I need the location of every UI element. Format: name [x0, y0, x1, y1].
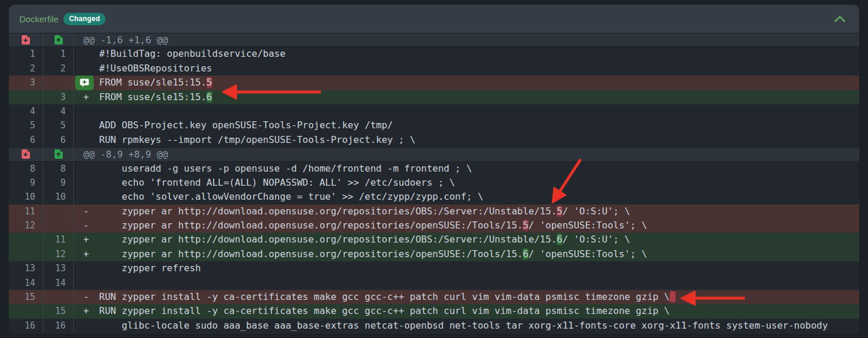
new-line-number[interactable]: 16: [43, 319, 74, 333]
new-line-number[interactable]: [43, 204, 74, 218]
old-line-number[interactable]: 15: [9, 290, 43, 304]
diff-line-row: 55ADD OBS-Project.key openSUSE-Tools-Pro…: [9, 118, 859, 132]
diff-line-row: 66RUN rpmkeys --import /tmp/openSUSE-Too…: [9, 133, 859, 147]
changed-status-badge: Changed: [63, 13, 106, 25]
diff-line-row: 44: [9, 104, 859, 118]
new-line-number[interactable]: 10: [43, 190, 74, 204]
old-line-number[interactable]: [9, 90, 43, 104]
old-line-number[interactable]: 3: [9, 76, 43, 90]
new-line-number[interactable]: [43, 290, 74, 304]
diff-marker: +: [83, 233, 99, 247]
old-line-number[interactable]: 12: [9, 218, 43, 233]
diff-line-row: 99 echo 'frontend ALL=(ALL) NOPASSWD: AL…: [9, 176, 859, 190]
diff-marker: +: [83, 90, 99, 104]
old-line-number[interactable]: [9, 233, 43, 247]
new-line-number[interactable]: 12: [43, 247, 74, 261]
diff-line-row: 11#!BuildTag: openbuildservice/base: [9, 47, 859, 61]
code-line: echo 'solver.allowVendorChange = true' >…: [74, 190, 859, 204]
code-line: echo 'frontend ALL=(ALL) NOPASSWD: ALL' …: [74, 176, 859, 190]
diff-marker: -: [83, 204, 99, 218]
code-line: + zypper ar http://download.opensuse.org…: [74, 233, 859, 247]
diff-line-row: 1313 zypper refresh: [9, 261, 859, 275]
diff-line-row: 88 useradd -g users -p opensuse -d /home…: [9, 162, 859, 176]
word-diff-highlight: 6: [206, 91, 212, 103]
diff-table: @@ -1,6 +1,6 @@11#!BuildTag: openbuildse…: [9, 33, 859, 334]
word-diff-highlight: 6: [523, 248, 528, 260]
old-line-number[interactable]: 13: [9, 261, 43, 275]
collapse-file-button[interactable]: [831, 13, 849, 25]
added-file-icon[interactable]: [43, 148, 74, 161]
new-line-number[interactable]: 5: [43, 118, 74, 132]
old-line-number[interactable]: 16: [9, 319, 43, 333]
code-line: RUN rpmkeys --import /tmp/openSUSE-Tools…: [74, 133, 859, 147]
new-line-number[interactable]: [43, 218, 74, 233]
new-line-number[interactable]: 13: [43, 261, 74, 275]
word-diff-highlight: 5: [206, 77, 212, 88]
diff-line-row: 3FROM suse/sle15:15.5: [9, 76, 859, 90]
add-comment-button[interactable]: [75, 76, 94, 90]
code-line: [74, 276, 859, 290]
code-line: - zypper ar http://download.opensuse.org…: [74, 218, 859, 233]
old-line-number[interactable]: 11: [9, 204, 43, 218]
word-diff-highlight: 6: [557, 234, 562, 245]
added-file-icon[interactable]: [43, 33, 74, 46]
old-line-number[interactable]: 4: [9, 104, 43, 118]
new-line-number[interactable]: 9: [43, 176, 74, 190]
new-line-number[interactable]: 14: [43, 276, 74, 290]
old-line-number[interactable]: 5: [9, 118, 43, 132]
diff-marker: +: [83, 247, 99, 261]
diff-line-row: 11+ zypper ar http://download.opensuse.o…: [9, 233, 859, 247]
hunk-header-row: @@ -1,6 +1,6 @@: [9, 33, 859, 47]
new-line-number[interactable]: [43, 76, 74, 90]
word-diff-highlight: 5: [557, 206, 562, 217]
hunk-header-text: @@ -1,6 +1,6 @@: [74, 33, 859, 46]
new-line-number[interactable]: 3: [43, 90, 74, 104]
old-line-number[interactable]: 8: [9, 162, 43, 176]
file-info: Dockerfile Changed: [19, 13, 106, 25]
code-line: glibc-locale sudo aaa_base aaa_base-extr…: [74, 319, 859, 333]
code-line: + zypper ar http://download.opensuse.org…: [74, 247, 859, 261]
new-line-number[interactable]: 8: [43, 162, 74, 176]
code-line: [74, 104, 859, 118]
deleted-file-icon[interactable]: [9, 33, 43, 46]
old-line-number[interactable]: 1: [9, 47, 43, 61]
new-line-number[interactable]: 6: [43, 133, 74, 147]
diff-marker: -: [83, 218, 99, 233]
hunk-header-row: @@ -8,9 +8,9 @@: [9, 147, 859, 161]
diff-marker: -: [83, 290, 99, 304]
diff-file-header: Dockerfile Changed: [9, 5, 859, 33]
hunk-header-text: @@ -8,9 +8,9 @@: [74, 148, 859, 161]
code-line: +FROM suse/sle15:15.6: [74, 90, 859, 104]
old-line-number[interactable]: [9, 304, 43, 318]
code-line: - zypper ar http://download.opensuse.org…: [74, 204, 859, 218]
old-line-number[interactable]: 6: [9, 133, 43, 147]
code-line: +RUN zypper install -y ca-certificates m…: [74, 304, 859, 318]
code-line: useradd -g users -p opensuse -d /home/fr…: [74, 162, 859, 176]
chevron-up-icon: [833, 15, 846, 23]
diff-line-row: 1010 echo 'solver.allowVendorChange = tr…: [9, 190, 859, 204]
deleted-file-icon[interactable]: [9, 148, 43, 161]
diff-line-row: 12- zypper ar http://download.opensuse.o…: [9, 218, 859, 233]
old-line-number[interactable]: 2: [9, 62, 43, 76]
file-name-link[interactable]: Dockerfile: [19, 14, 59, 24]
diff-line-row: 1414: [9, 276, 859, 290]
diff-line-row: 3+FROM suse/sle15:15.6: [9, 90, 859, 104]
new-line-number[interactable]: 15: [43, 304, 74, 318]
diff-line-row: 1616 glibc-locale sudo aaa_base aaa_base…: [9, 319, 859, 333]
old-line-number[interactable]: [9, 247, 43, 261]
new-line-number[interactable]: 2: [43, 62, 74, 76]
diff-marker: +: [83, 304, 99, 318]
new-line-number[interactable]: 11: [43, 233, 74, 247]
code-line: zypper refresh: [74, 261, 859, 275]
old-line-number[interactable]: 9: [9, 176, 43, 190]
code-line: -RUN zypper install -y ca-certificates m…: [74, 290, 859, 304]
new-line-number[interactable]: 1: [43, 47, 74, 61]
diff-line-row: 12+ zypper ar http://download.opensuse.o…: [9, 247, 859, 261]
diff-line-row: 15-RUN zypper install -y ca-certificates…: [9, 290, 859, 304]
diff-line-row: 15+RUN zypper install -y ca-certificates…: [9, 304, 859, 318]
add-comment-bubble-icon: [80, 78, 89, 87]
new-line-number[interactable]: 4: [43, 104, 74, 118]
code-line: #!BuildTag: openbuildservice/base: [74, 47, 859, 61]
old-line-number[interactable]: 14: [9, 276, 43, 290]
old-line-number[interactable]: 10: [9, 190, 43, 204]
